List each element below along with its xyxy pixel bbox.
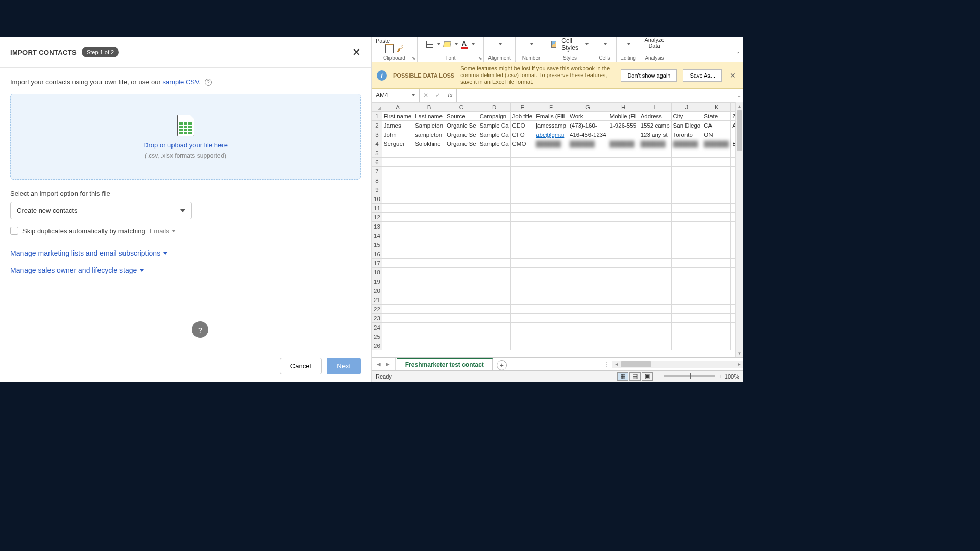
cell[interactable]: B2 <box>731 139 735 148</box>
accept-formula-icon[interactable]: ✓ <box>432 92 444 99</box>
cell[interactable] <box>568 286 608 295</box>
cell[interactable] <box>382 286 413 295</box>
cell[interactable] <box>608 268 639 277</box>
cell[interactable] <box>382 158 413 167</box>
cell[interactable]: Work <box>568 112 608 121</box>
zoom-out-icon[interactable]: − <box>658 373 661 380</box>
cell[interactable] <box>702 314 731 323</box>
cell[interactable] <box>608 341 639 350</box>
column-header[interactable]: C <box>445 103 478 112</box>
cell[interactable] <box>382 259 413 268</box>
cell[interactable] <box>671 222 702 231</box>
cell[interactable]: Organic Se <box>445 139 478 148</box>
cell[interactable] <box>568 222 608 231</box>
cell[interactable] <box>510 222 534 231</box>
cell[interactable] <box>568 240 608 249</box>
cell[interactable] <box>382 305 413 314</box>
cell[interactable] <box>510 185 534 194</box>
cell[interactable] <box>510 268 534 277</box>
cell[interactable] <box>534 158 568 167</box>
cell[interactable] <box>445 213 478 222</box>
cell[interactable] <box>510 259 534 268</box>
cell[interactable] <box>510 213 534 222</box>
cancel-button[interactable]: Cancel <box>280 358 322 374</box>
cell[interactable] <box>702 268 731 277</box>
select-all-cell[interactable] <box>372 103 382 112</box>
cell[interactable] <box>731 148 735 158</box>
close-icon[interactable]: ✕ <box>728 71 738 80</box>
cell[interactable] <box>413 158 445 167</box>
cell[interactable] <box>534 213 568 222</box>
cell[interactable] <box>568 341 608 350</box>
cell[interactable] <box>702 158 731 167</box>
column-header[interactable]: G <box>568 103 608 112</box>
cell[interactable] <box>534 314 568 323</box>
row-header[interactable]: 2 <box>372 121 382 130</box>
cell[interactable] <box>639 204 671 213</box>
horizontal-scrollbar[interactable]: ◄ ► <box>612 361 743 368</box>
cell[interactable] <box>731 314 735 323</box>
cell[interactable] <box>639 314 671 323</box>
cell[interactable] <box>731 286 735 295</box>
cell[interactable] <box>568 148 608 158</box>
cell[interactable] <box>671 231 702 240</box>
cell[interactable] <box>510 286 534 295</box>
cell[interactable] <box>608 167 639 176</box>
cell[interactable] <box>478 259 510 268</box>
cell[interactable] <box>639 249 671 259</box>
cell[interactable] <box>639 341 671 350</box>
cell[interactable] <box>382 222 413 231</box>
add-sheet-button[interactable]: + <box>497 360 507 370</box>
cell[interactable] <box>702 277 731 286</box>
row-header[interactable]: 4 <box>372 139 382 148</box>
cell[interactable]: City <box>671 112 702 121</box>
cell[interactable] <box>568 277 608 286</box>
cell[interactable] <box>510 314 534 323</box>
cell[interactable] <box>671 148 702 158</box>
cell[interactable] <box>731 194 735 204</box>
dont-show-again-button[interactable]: Don't show again <box>621 69 677 82</box>
cell[interactable] <box>608 148 639 158</box>
cell[interactable] <box>413 148 445 158</box>
cell[interactable] <box>445 314 478 323</box>
column-header[interactable]: K <box>702 103 731 112</box>
cell[interactable]: John <box>382 130 413 139</box>
cell[interactable]: Serguei <box>382 139 413 148</box>
cell[interactable] <box>568 213 608 222</box>
manage-sales-link[interactable]: Manage sales owner and lifecycle stage <box>10 266 361 274</box>
cell[interactable]: 1552 camp <box>639 121 671 130</box>
cell[interactable] <box>510 295 534 305</box>
cell[interactable] <box>445 259 478 268</box>
cell[interactable] <box>382 323 413 332</box>
fill-color-icon[interactable] <box>443 41 451 47</box>
cell[interactable]: Last name <box>413 112 445 121</box>
cell[interactable]: State <box>702 112 731 121</box>
row-header[interactable]: 1 <box>372 112 382 121</box>
cell[interactable] <box>608 204 639 213</box>
cell[interactable] <box>510 176 534 185</box>
cell[interactable] <box>608 314 639 323</box>
cell[interactable] <box>510 158 534 167</box>
cell[interactable] <box>445 231 478 240</box>
cell[interactable] <box>445 204 478 213</box>
cell[interactable] <box>702 176 731 185</box>
cell[interactable] <box>731 158 735 167</box>
cell[interactable] <box>382 148 413 158</box>
cell[interactable] <box>671 167 702 176</box>
cell[interactable]: CA <box>702 121 731 130</box>
cell[interactable] <box>534 295 568 305</box>
cell[interactable]: ██████ <box>702 139 731 148</box>
cancel-formula-icon[interactable]: ✕ <box>420 92 432 99</box>
cell[interactable] <box>534 194 568 204</box>
cell[interactable] <box>671 240 702 249</box>
cell[interactable] <box>702 213 731 222</box>
cell[interactable] <box>382 194 413 204</box>
cell[interactable] <box>478 268 510 277</box>
cell[interactable] <box>608 158 639 167</box>
cell[interactable] <box>671 295 702 305</box>
cell[interactable] <box>671 314 702 323</box>
cell[interactable] <box>534 167 568 176</box>
row-header[interactable]: 20 <box>372 286 382 295</box>
row-header[interactable]: 21 <box>372 295 382 305</box>
column-header[interactable]: L <box>731 103 735 112</box>
